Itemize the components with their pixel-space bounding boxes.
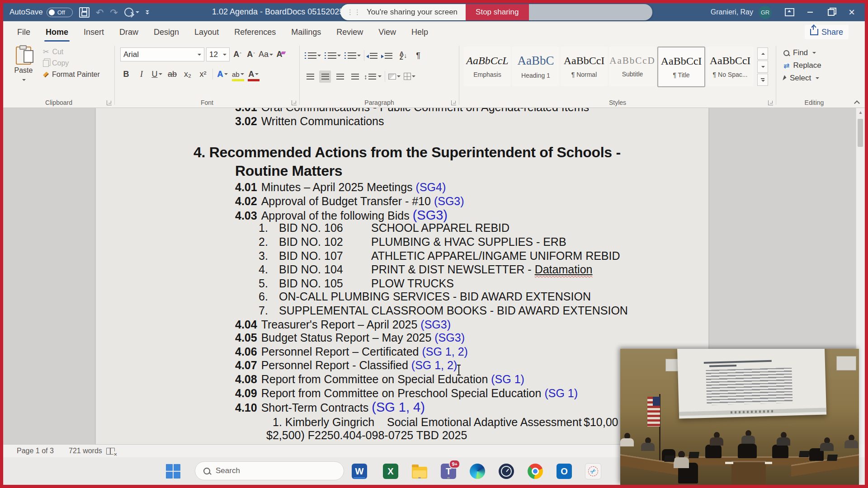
- taskbar-word[interactable]: W: [351, 463, 368, 480]
- taskbar-search[interactable]: Search: [195, 461, 344, 480]
- cut-button[interactable]: ✂ Cut: [43, 47, 100, 56]
- scrollbar-thumb[interactable]: [858, 119, 863, 147]
- taskbar-outlook[interactable]: O: [556, 463, 573, 480]
- shrink-font-button[interactable]: Aˇ: [245, 48, 257, 61]
- taskbar-chrome[interactable]: [527, 463, 544, 480]
- grow-font-button[interactable]: Aˆ: [231, 48, 243, 61]
- tab-draw[interactable]: Draw: [112, 21, 146, 43]
- shading-button[interactable]: [388, 70, 401, 83]
- bullets-button[interactable]: [304, 50, 321, 62]
- style-subtitle[interactable]: AaBbCcD Subtitle: [609, 47, 656, 86]
- word-count[interactable]: 721 words: [69, 445, 102, 457]
- chevron-up-icon: [854, 100, 860, 106]
- style-heading1[interactable]: AaBbC Heading 1: [512, 47, 559, 86]
- italic-button[interactable]: I: [136, 68, 147, 80]
- tab-layout[interactable]: Layout: [187, 21, 226, 43]
- autosave-toggle[interactable]: AutoSave Off: [9, 8, 73, 17]
- taskbar-edge[interactable]: [469, 463, 486, 480]
- paste-button[interactable]: Paste: [9, 47, 38, 83]
- collapse-ribbon-button[interactable]: [853, 99, 860, 106]
- document-page[interactable]: 3.01Oral Communications - Public Comment…: [96, 108, 708, 445]
- doc-bid-5: 5.BID NO. 105PLOW TRUCKS: [259, 277, 454, 291]
- align-right-button[interactable]: [334, 70, 346, 83]
- clear-formatting-button[interactable]: A: [275, 48, 287, 61]
- chair: [772, 445, 788, 458]
- autosave-switch[interactable]: Off: [47, 8, 73, 17]
- numbering-button[interactable]: [324, 50, 341, 62]
- touch-mode-button[interactable]: [124, 8, 139, 17]
- ribbon-display-options-button[interactable]: [779, 3, 800, 21]
- taskbar-snipping-tool[interactable]: ✂: [585, 463, 602, 480]
- doc-bid-1: 1.BID NO. 106SCHOOL APPAREL REBID: [259, 221, 509, 235]
- scroll-up-icon[interactable]: ▲: [856, 108, 865, 117]
- justify-button[interactable]: [349, 70, 361, 83]
- select-button[interactable]: Select: [783, 74, 852, 83]
- style-title[interactable]: AaBbCcI ¶ Title: [657, 47, 705, 87]
- tab-mailings[interactable]: Mailings: [283, 21, 329, 43]
- page-indicator[interactable]: Page 1 of 3: [17, 445, 54, 457]
- doc-contract-line2: $2,500) F2250.404-098-0725 TBD 2025: [266, 428, 467, 442]
- increase-indent-button[interactable]: [382, 50, 394, 62]
- multilevel-list-button[interactable]: [344, 50, 361, 62]
- restore-button[interactable]: [821, 3, 841, 21]
- share-document-button[interactable]: Share: [805, 25, 849, 39]
- decrease-indent-button[interactable]: [368, 50, 379, 62]
- redo-icon[interactable]: ↷: [110, 8, 118, 17]
- font-size-select[interactable]: 12: [206, 47, 230, 61]
- taskbar-clock-app[interactable]: [498, 463, 515, 480]
- style-emphasis[interactable]: AaBbCcL Emphasis: [464, 47, 511, 86]
- styles-more-button[interactable]: [757, 74, 768, 86]
- strikethrough-button[interactable]: ab: [166, 68, 178, 80]
- taskbar-explorer[interactable]: [411, 463, 428, 480]
- tab-help[interactable]: Help: [404, 21, 436, 43]
- style-name: ¶ Title: [673, 71, 689, 79]
- copy-button[interactable]: Copy: [43, 59, 100, 67]
- show-hide-marks-button[interactable]: ¶: [412, 50, 424, 62]
- paragraph-group-label: Paragraph: [300, 99, 459, 106]
- bold-button[interactable]: B: [120, 68, 132, 80]
- replace-button[interactable]: ⇄ Replace: [783, 61, 852, 70]
- drag-handle-icon[interactable]: ⋮⋮: [347, 10, 361, 14]
- style-no-spacing[interactable]: AaBbCcI ¶ No Spac...: [707, 47, 754, 86]
- tab-file[interactable]: File: [9, 21, 38, 43]
- undo-icon[interactable]: ↶: [96, 8, 104, 17]
- tab-design[interactable]: Design: [146, 21, 187, 43]
- sort-button[interactable]: AZ↓: [397, 50, 409, 62]
- change-case-button[interactable]: Aa: [259, 48, 273, 61]
- styles-scroll-down-button[interactable]: [757, 61, 768, 73]
- tab-references[interactable]: References: [226, 21, 283, 43]
- tab-view[interactable]: View: [371, 21, 404, 43]
- tab-review[interactable]: Review: [329, 21, 371, 43]
- snipping-tool-icon: ✂: [585, 463, 601, 479]
- align-center-button[interactable]: [319, 70, 331, 83]
- minimize-button[interactable]: [800, 3, 821, 21]
- line-spacing-button[interactable]: ↕: [364, 70, 382, 83]
- tab-home[interactable]: Home: [38, 21, 76, 43]
- stop-sharing-button[interactable]: Stop sharing: [466, 4, 528, 20]
- tab-insert[interactable]: Insert: [76, 21, 112, 43]
- clipboard-group-label: Clipboard: [3, 99, 114, 106]
- font-family-select[interactable]: Arial: [120, 47, 204, 61]
- meeting-video-window[interactable]: [620, 349, 859, 485]
- font-color-button[interactable]: A: [248, 68, 259, 80]
- save-icon[interactable]: [79, 7, 90, 18]
- taskbar-teams[interactable]: T 9+: [440, 463, 457, 480]
- styles-scroll-up-button[interactable]: [757, 47, 768, 60]
- avatar[interactable]: GR: [759, 6, 772, 19]
- customize-quick-access-icon[interactable]: [146, 10, 149, 14]
- subscript-button[interactable]: x₂: [182, 68, 193, 80]
- align-left-button[interactable]: [304, 70, 316, 83]
- style-normal[interactable]: AaBbCcI ¶ Normal: [561, 47, 608, 86]
- borders-button[interactable]: [404, 70, 415, 83]
- format-painter-button[interactable]: Format Painter: [43, 70, 100, 79]
- close-button[interactable]: ×: [841, 3, 862, 21]
- taskbar-excel[interactable]: X: [382, 463, 399, 480]
- shading-icon: [388, 74, 396, 80]
- proofing-errors-button[interactable]: [106, 445, 115, 457]
- highlight-color-button[interactable]: ab: [232, 68, 244, 80]
- text-effects-button[interactable]: A: [217, 68, 228, 80]
- underline-button[interactable]: U: [151, 68, 163, 80]
- superscript-button[interactable]: x²: [197, 68, 209, 80]
- start-button[interactable]: [166, 457, 180, 485]
- find-button[interactable]: Find: [783, 48, 852, 57]
